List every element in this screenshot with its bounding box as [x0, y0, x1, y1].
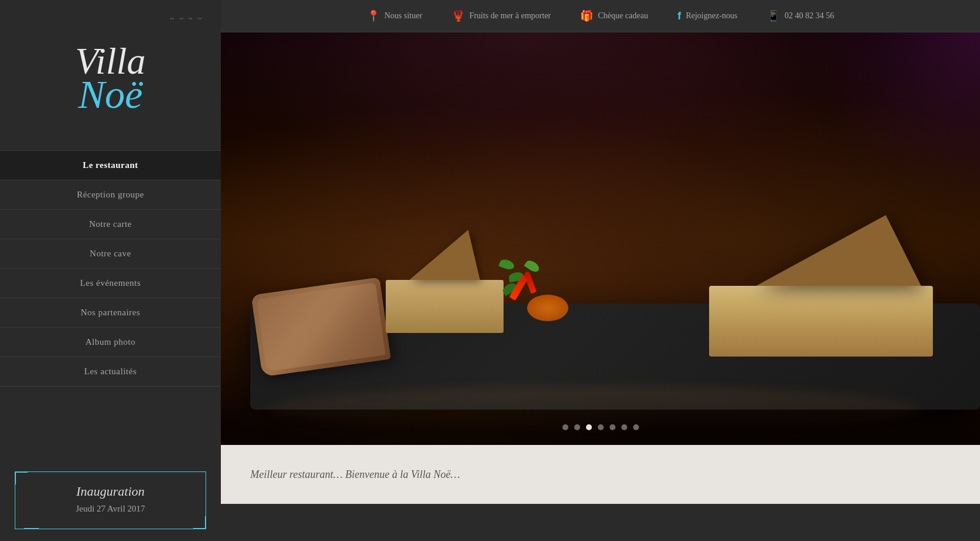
hero-section — [221, 32, 980, 445]
carousel-dot-6[interactable] — [621, 424, 627, 430]
nav-item-cave[interactable]: Notre cave — [0, 239, 221, 269]
main-nav: Le restaurant Réception groupe Notre car… — [0, 150, 221, 460]
nav-item-album[interactable]: Album photo — [0, 328, 221, 357]
nav-item-reception[interactable]: Réception groupe — [0, 180, 221, 210]
carousel-dot-4[interactable] — [598, 424, 604, 430]
location-icon: 📍 — [367, 9, 380, 22]
nav-facebook-label: Rejoignez-nous — [686, 11, 737, 21]
sidebar: ~ ~ ~ ~ Villa Noë Le restaurant Réceptio… — [0, 0, 221, 541]
nav-seafood[interactable]: 🦞 Fruits de mer à emporter — [452, 9, 551, 22]
inauguration-title: Inauguration — [27, 484, 194, 499]
carousel-dot-5[interactable] — [610, 424, 615, 430]
nav-item-carte[interactable]: Notre carte — [0, 210, 221, 239]
logo-noe: Noë — [75, 74, 146, 114]
gift-icon: 🎁 — [580, 9, 593, 22]
carousel-dot-7[interactable] — [633, 424, 639, 430]
top-nav: 📍 Nous situer 🦞 Fruits de mer à emporter… — [221, 0, 980, 32]
nav-seafood-label: Fruits de mer à emporter — [469, 11, 551, 21]
hero-image — [221, 32, 980, 445]
inauguration-box: Inauguration Jeudi 27 Avril 2017 — [15, 471, 206, 529]
triangle-left — [409, 230, 480, 280]
logo-area: ~ ~ ~ ~ Villa Noë — [0, 0, 221, 150]
bottom-text: Meilleur restaurant… Bienvenue à la Vill… — [250, 469, 460, 481]
birds-decoration: ~ ~ ~ ~ — [170, 15, 203, 24]
nav-location[interactable]: 📍 Nous situer — [367, 9, 422, 22]
nav-phone-label: 02 40 82 34 56 — [784, 11, 834, 21]
nav-gift[interactable]: 🎁 Chèque cadeau — [580, 9, 648, 22]
terrine-left — [386, 280, 504, 333]
seafood-icon: 🦞 — [452, 9, 465, 22]
nav-item-partenaires[interactable]: Nos partenaires — [0, 298, 221, 328]
main-content: 📍 Nous situer 🦞 Fruits de mer à emporter… — [221, 0, 980, 504]
triangle-right — [756, 215, 921, 286]
logo: Villa Noë — [75, 42, 146, 114]
carousel-dot-2[interactable] — [574, 424, 580, 430]
carousel-dot-1[interactable] — [562, 424, 568, 430]
food-scene — [221, 32, 980, 445]
phone-icon: 📱 — [767, 9, 780, 22]
carousel-dot-3[interactable] — [586, 424, 592, 430]
terrine-right — [709, 286, 933, 357]
inauguration-date: Jeudi 27 Avril 2017 — [27, 504, 194, 514]
facebook-icon: f — [677, 10, 681, 22]
nav-location-label: Nous situer — [385, 11, 422, 21]
inauguration-decoration — [24, 528, 39, 529]
nav-item-restaurant[interactable]: Le restaurant — [0, 151, 221, 180]
bottom-section: Meilleur restaurant… Bienvenue à la Vill… — [221, 445, 980, 504]
jam — [527, 295, 568, 321]
nav-item-actualites[interactable]: Les actualités — [0, 357, 221, 387]
nav-facebook[interactable]: f Rejoignez-nous — [677, 10, 737, 22]
nav-item-evenements[interactable]: Les événements — [0, 269, 221, 298]
nav-phone[interactable]: 📱 02 40 82 34 56 — [767, 9, 834, 22]
carousel-dots — [562, 424, 639, 430]
nav-gift-label: Chèque cadeau — [598, 11, 648, 21]
